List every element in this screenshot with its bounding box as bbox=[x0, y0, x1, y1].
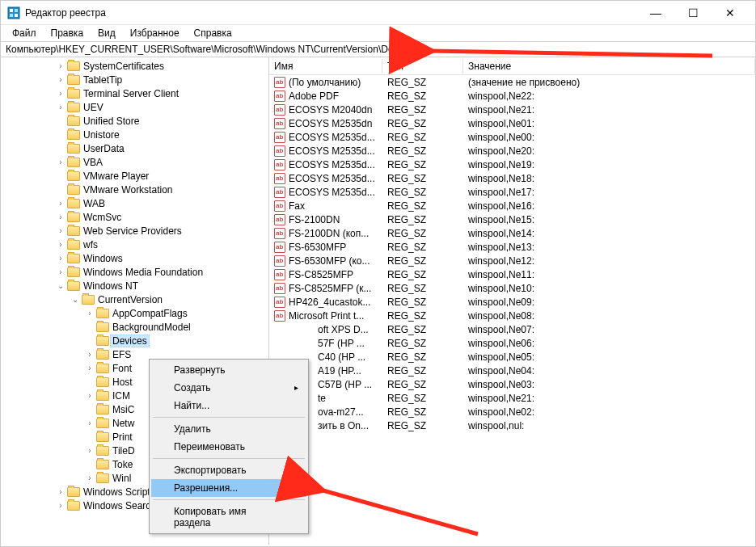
tree-label[interactable]: TabletTip bbox=[83, 74, 122, 86]
tree-label[interactable]: Unified Store bbox=[83, 116, 139, 127]
table-row[interactable]: teREG_SZwinspool,Ne21: bbox=[269, 391, 755, 405]
value-name-cell[interactable]: FS-C8525MFP (к... bbox=[269, 283, 382, 294]
table-row[interactable]: A19 (HP...REG_SZwinspool,Ne04: bbox=[269, 364, 755, 377]
table-row[interactable]: ECOSYS M2535d...REG_SZwinspool,Ne00: bbox=[269, 130, 755, 144]
value-name-cell[interactable]: Adobe PDF bbox=[269, 90, 382, 102]
maximize-button[interactable]: ☐ bbox=[674, 1, 712, 25]
tree-label[interactable]: UEV bbox=[83, 102, 103, 113]
value-name-cell[interactable]: ECOSYS M2535d... bbox=[269, 173, 382, 184]
tree-label[interactable]: TileD bbox=[112, 445, 135, 457]
tree-label[interactable]: Font bbox=[112, 363, 132, 374]
minimize-button[interactable]: — bbox=[637, 1, 674, 25]
value-name-cell[interactable]: ECOSYS M2535d... bbox=[269, 132, 382, 143]
tree-node[interactable]: ›VBA bbox=[1, 155, 268, 169]
value-name-cell[interactable]: ECOSYS M2535d... bbox=[269, 187, 382, 198]
tree-node[interactable]: ›WAB bbox=[1, 196, 268, 210]
tree-node[interactable]: VMware Player bbox=[1, 169, 268, 183]
table-row[interactable]: ECOSYS M2040dnREG_SZwinspool,Ne21: bbox=[269, 103, 755, 116]
expand-icon[interactable]: › bbox=[85, 471, 95, 485]
expand-icon[interactable]: › bbox=[56, 196, 65, 210]
tree-node[interactable]: Unified Store bbox=[1, 114, 268, 128]
context-menu-item[interactable]: Разрешения... bbox=[151, 479, 306, 497]
expand-icon[interactable]: › bbox=[85, 306, 95, 320]
tree-label[interactable]: Web Service Providers bbox=[83, 225, 182, 237]
context-menu[interactable]: РазвернутьСоздать▸Найти...УдалитьПереиме… bbox=[149, 359, 309, 534]
table-row[interactable]: FS-2100DNREG_SZwinspool,Ne15: bbox=[269, 212, 755, 226]
table-row[interactable]: FS-C8525MFPREG_SZwinspool,Ne11: bbox=[269, 267, 755, 281]
context-menu-item[interactable]: Копировать имя раздела bbox=[151, 503, 306, 532]
table-row[interactable]: FaxREG_SZwinspool,Ne16: bbox=[269, 199, 755, 212]
list-pane[interactable]: Имя Тип Значение (По умолчанию)REG_SZ(зн… bbox=[269, 57, 755, 545]
table-row[interactable]: C40 (HP ...REG_SZwinspool,Ne05: bbox=[269, 350, 755, 364]
tree-label[interactable]: ICM bbox=[112, 390, 130, 402]
tree-label[interactable]: VMware Player bbox=[83, 170, 149, 182]
expand-icon[interactable]: › bbox=[85, 361, 95, 375]
tree-node[interactable]: Devices bbox=[1, 334, 268, 347]
collapse-icon[interactable]: ⌄ bbox=[70, 292, 80, 306]
tree-node[interactable]: ›Windows Media Foundation bbox=[1, 265, 268, 279]
expand-icon[interactable]: › bbox=[85, 416, 95, 430]
tree-label[interactable]: Print bbox=[112, 431, 133, 443]
table-row[interactable]: ECOSYS M2535dnREG_SZwinspool,Ne01: bbox=[269, 116, 755, 130]
expand-icon[interactable]: › bbox=[56, 86, 65, 100]
tree-label[interactable]: Windows NT bbox=[83, 280, 138, 292]
expand-icon[interactable]: › bbox=[56, 59, 65, 73]
value-name-cell[interactable]: Microsoft Print t... bbox=[269, 310, 382, 322]
context-menu-item[interactable]: Найти... bbox=[151, 397, 306, 414]
table-row[interactable]: HP426_4ucastok...REG_SZwinspool,Ne09: bbox=[269, 295, 755, 309]
tree-label[interactable]: AppCompatFlags bbox=[112, 308, 188, 319]
value-name-cell[interactable]: ECOSYS M2535d... bbox=[269, 159, 382, 170]
tree-node[interactable]: UserData bbox=[1, 141, 268, 155]
tree-label[interactable]: wfs bbox=[83, 239, 98, 250]
expand-icon[interactable]: › bbox=[56, 265, 65, 279]
menu-item-4[interactable]: Справка bbox=[188, 26, 239, 40]
tree-node[interactable]: BackgroundModel bbox=[1, 320, 268, 334]
collapse-icon[interactable]: ⌄ bbox=[56, 279, 65, 292]
expand-icon[interactable]: › bbox=[85, 347, 95, 361]
table-row[interactable]: ova-m27...REG_SZwinspool,Ne02: bbox=[269, 405, 755, 419]
table-row[interactable]: Adobe PDFREG_SZwinspool,Ne22: bbox=[269, 89, 755, 103]
col-name[interactable]: Имя bbox=[269, 59, 382, 74]
tree-node[interactable]: ›SystemCertificates bbox=[1, 59, 268, 73]
context-menu-item[interactable]: Создать▸ bbox=[151, 379, 306, 397]
expand-icon[interactable]: › bbox=[56, 499, 65, 512]
tree-node[interactable]: ›UEV bbox=[1, 100, 268, 114]
table-row[interactable]: (По умолчанию)REG_SZ(значение не присвое… bbox=[269, 75, 755, 89]
tree-label[interactable]: MsiC bbox=[112, 404, 134, 415]
tree-label[interactable]: Toke bbox=[112, 459, 133, 470]
tree-node[interactable]: ›wfs bbox=[1, 238, 268, 251]
tree-label[interactable]: VBA bbox=[83, 157, 103, 168]
context-menu-item[interactable]: Экспортировать bbox=[151, 461, 306, 479]
expand-icon[interactable]: › bbox=[56, 238, 65, 251]
value-name-cell[interactable]: FS-C8525MFP bbox=[269, 269, 382, 280]
tree-label[interactable]: WAB bbox=[83, 198, 105, 209]
tree-label[interactable]: Windows bbox=[83, 253, 123, 264]
tree-label[interactable]: EFS bbox=[112, 349, 131, 360]
tree-label[interactable]: UserData bbox=[83, 143, 125, 154]
context-menu-item[interactable]: Развернуть bbox=[151, 361, 306, 379]
value-name-cell[interactable]: 57F (HP ... bbox=[269, 338, 382, 349]
tree-label[interactable]: Terminal Server Client bbox=[83, 88, 179, 99]
menu-item-3[interactable]: Избранное bbox=[124, 26, 186, 40]
tree-node[interactable]: ›Terminal Server Client bbox=[1, 86, 268, 100]
value-name-cell[interactable]: ECOSYS M2040dn bbox=[269, 104, 382, 116]
context-menu-item[interactable]: Удалить bbox=[151, 420, 306, 438]
value-name-cell[interactable]: oft XPS D... bbox=[269, 324, 382, 335]
tree-node[interactable]: Unistore bbox=[1, 128, 268, 141]
tree-label[interactable]: CurrentVersion bbox=[98, 294, 163, 305]
menu-item-2[interactable]: Вид bbox=[91, 26, 122, 40]
expand-icon[interactable]: › bbox=[85, 444, 95, 457]
col-type[interactable]: Тип bbox=[382, 59, 463, 74]
tree-node[interactable]: ›TabletTip bbox=[1, 73, 268, 86]
tree-node[interactable]: ⌄CurrentVersion bbox=[1, 292, 268, 306]
table-row[interactable]: oft XPS D...REG_SZwinspool,Ne07: bbox=[269, 322, 755, 336]
tree-node[interactable]: ›Web Service Providers bbox=[1, 224, 268, 238]
value-name-cell[interactable]: ECOSYS M2535d... bbox=[269, 145, 382, 157]
table-row[interactable]: Microsoft Print t...REG_SZwinspool,Ne08: bbox=[269, 309, 755, 322]
menu-item-1[interactable]: Правка bbox=[44, 26, 91, 40]
menu-item-0[interactable]: Файл bbox=[6, 26, 43, 40]
value-name-cell[interactable]: HP426_4ucastok... bbox=[269, 297, 382, 308]
col-value[interactable]: Значение bbox=[463, 59, 755, 74]
context-menu-item[interactable]: Переименовать bbox=[151, 438, 306, 456]
expand-icon[interactable]: › bbox=[56, 210, 65, 224]
